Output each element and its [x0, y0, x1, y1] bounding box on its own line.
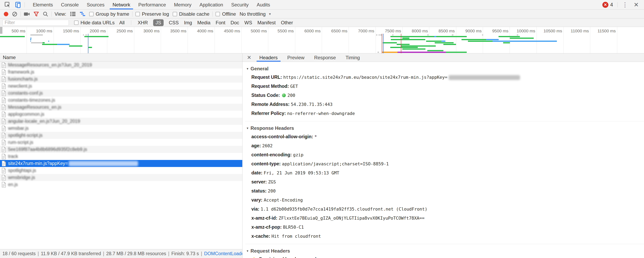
device-toolbar-icon[interactable]: [13, 0, 23, 9]
request-name: angular-locale_en.js?Jun_20_2019: [8, 119, 80, 124]
type-filter-manifest[interactable]: Manifest: [258, 20, 276, 25]
type-filter-all[interactable]: All: [119, 20, 124, 25]
network-overview[interactable]: 500 ms1000 ms1500 ms2000 ms2500 ms3000 m…: [0, 27, 644, 53]
header-row: content-type: application/javascript;cha…: [246, 159, 640, 168]
waterfall-bar: [390, 47, 418, 48]
waterfall-bar: [402, 48, 426, 50]
request-row[interactable]: wmsbridge.js: [0, 174, 242, 181]
request-row[interactable]: applogcommon.js: [0, 111, 242, 118]
detail-tab-response[interactable]: Response: [310, 53, 340, 62]
tab-memory[interactable]: Memory: [170, 0, 196, 9]
request-row[interactable]: framework.js: [0, 69, 242, 76]
preserve-log-label: Preserve log: [142, 11, 169, 17]
divider: [51, 11, 52, 17]
request-name: wmsbar.js: [8, 126, 28, 131]
detail-tab-preview[interactable]: Preview: [284, 53, 308, 62]
waterfall-bar: [392, 34, 393, 36]
throttling-select[interactable]: No throttling▼: [238, 10, 273, 18]
section-header[interactable]: ▼Request Headers: [246, 246, 640, 255]
type-filter-img[interactable]: Img: [184, 20, 192, 25]
event-marker-line: [88, 34, 88, 53]
type-filter-font[interactable]: Font: [216, 20, 226, 25]
request-row[interactable]: MessageResources_en.js: [0, 104, 242, 111]
request-row[interactable]: wmsbar.js: [0, 125, 242, 132]
tab-network[interactable]: Network: [108, 0, 134, 9]
capture-screenshots-button[interactable]: [22, 10, 32, 18]
tab-performance[interactable]: Performance: [134, 0, 170, 9]
section-header[interactable]: ▼Response Headers: [246, 123, 640, 132]
filter-funnel-icon[interactable]: [32, 10, 41, 18]
group-by-frame-checkbox[interactable]: Group by frame: [87, 10, 131, 18]
record-icon: [4, 12, 8, 16]
overview-grip[interactable]: [0, 27, 2, 34]
tab-application[interactable]: Application: [196, 0, 227, 9]
offline-checkbox[interactable]: Offline: [214, 10, 238, 18]
console-error-badge[interactable]: ✕ 4: [602, 2, 613, 8]
view-list-icon[interactable]: [68, 10, 78, 18]
section-header[interactable]: ▼General: [246, 64, 640, 73]
header-row: via: 1.1 d62b00d935fb0d7e7cca1419fa92ff3…: [246, 205, 640, 214]
detail-tab-headers[interactable]: Headers: [256, 53, 281, 62]
status-part: 28.7 MB / 29.8 MB resources: [106, 251, 166, 257]
search-icon[interactable]: [41, 10, 50, 18]
header-row: status: 200: [246, 186, 640, 196]
clear-button[interactable]: [10, 10, 19, 18]
request-row[interactable]: track: [0, 153, 242, 160]
request-row[interactable]: fusioncharts.js: [0, 76, 242, 83]
waterfall-bar: [30, 39, 31, 40]
type-filter-js[interactable]: JS: [153, 19, 164, 26]
header-row: server: ZGS: [246, 177, 640, 186]
tab-elements[interactable]: Elements: [29, 0, 57, 9]
detail-tab-timing[interactable]: Timing: [342, 53, 364, 62]
header-row: date: Fri, 21 Jun 2019 09:53:13 GMT: [246, 168, 640, 177]
hide-data-urls-checkbox[interactable]: Hide data URLs: [74, 18, 116, 27]
type-filter-css[interactable]: CSS: [169, 20, 179, 25]
waterfall-bar: [452, 34, 453, 36]
record-button[interactable]: [2, 10, 10, 18]
request-row[interactable]: 5ee169f87aa4b8b6896d935f2c8eb9.js: [0, 146, 242, 153]
request-row[interactable]: angular-locale_en.js?Jun_20_2019: [0, 118, 242, 125]
header-row: x-amz-cf-id: ZFlxxtEe7BEuiaQ_gIZA_oONjYL…: [246, 214, 640, 223]
request-row[interactable]: site24x7rum-min.js?appKey=: [0, 160, 242, 167]
tab-audits[interactable]: Audits: [252, 0, 274, 9]
request-row[interactable]: rum-script.js: [0, 139, 242, 146]
more-options-icon[interactable]: ⋮: [619, 1, 631, 8]
request-row[interactable]: constants-timezones.js: [0, 97, 242, 104]
waterfall-bar: [378, 52, 379, 53]
view-waterfall-icon[interactable]: [78, 10, 87, 18]
close-details-icon[interactable]: ✕: [244, 53, 254, 62]
close-devtools-icon[interactable]: ✕: [631, 1, 640, 8]
preserve-log-checkbox[interactable]: Preserve log: [134, 10, 171, 18]
tab-sources[interactable]: Sources: [83, 0, 108, 9]
filter-input[interactable]: [2, 20, 69, 26]
type-filter-media[interactable]: Media: [197, 20, 210, 25]
status-separator: |: [38, 251, 39, 257]
throttling-value: No throttling: [240, 11, 266, 17]
tab-console[interactable]: Console: [57, 0, 83, 9]
type-filter-xhr[interactable]: XHR: [138, 20, 148, 25]
waterfall-bar: [382, 52, 398, 53]
status-separator: |: [168, 251, 170, 257]
type-filter-doc[interactable]: Doc: [231, 20, 239, 25]
request-name: en.js: [8, 182, 18, 187]
header-key: Remote Address:: [251, 102, 290, 107]
waterfall-bar: [48, 41, 49, 42]
type-filter-other[interactable]: Other: [281, 20, 293, 25]
inspect-element-icon[interactable]: [2, 0, 13, 9]
request-row[interactable]: MessageResources_en.js?Jun_20_2019: [0, 61, 242, 69]
ruler-tick: 3000 ms: [134, 27, 161, 53]
waterfall-bar: [402, 38, 409, 39]
request-row[interactable]: spotlightapi.js: [0, 167, 242, 174]
request-name: site24x7rum-min.js?appKey=: [8, 161, 68, 166]
request-row[interactable]: newclient.js: [0, 83, 242, 90]
waterfall-bar: [462, 39, 486, 40]
devtools-window: ElementsConsoleSourcesNetworkPerformance…: [0, 0, 644, 258]
tab-security[interactable]: Security: [227, 0, 253, 9]
request-row[interactable]: spotlight-script.js: [0, 132, 242, 139]
request-row[interactable]: constants-conf.js: [0, 90, 242, 97]
request-row[interactable]: en.js: [0, 181, 242, 188]
ruler-tick: 500 ms: [0, 27, 27, 53]
disable-cache-checkbox[interactable]: Disable cache: [171, 10, 211, 18]
name-column-header[interactable]: Name: [0, 53, 242, 61]
type-filter-ws[interactable]: WS: [244, 20, 252, 25]
